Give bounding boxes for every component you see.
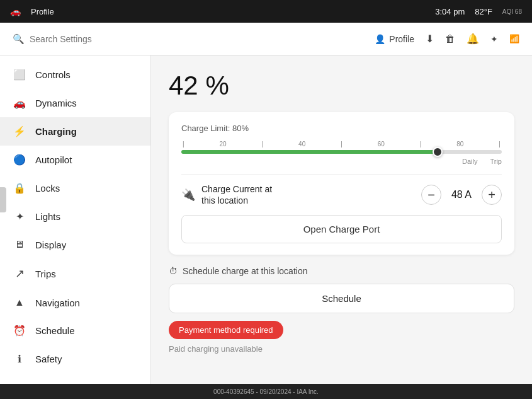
status-bar: 🚗 Profile 3:04 pm 82°F AQI 68 (0, 0, 532, 23)
slider-ticks: | 20 | 40 | 60 | 80 | (181, 141, 502, 147)
sidebar-item-display[interactable]: 🖥 Display (0, 231, 150, 258)
sidebar-label-locks: Locks (35, 183, 60, 194)
trash-icon: 🗑 (445, 33, 455, 45)
lights-icon: ✦ (13, 211, 26, 223)
sidebar-item-locks[interactable]: 🔒 Locks (0, 174, 150, 202)
charge-slider-container[interactable] (181, 150, 502, 154)
slider-thumb[interactable] (433, 147, 443, 157)
tick-spacer4: | (499, 141, 501, 147)
status-time: 3:04 pm (435, 7, 465, 16)
status-icon-car: 🚗 (10, 6, 21, 16)
schedule-section: ⏱ Schedule charge at this location Sched… (169, 266, 514, 354)
search-bar: 🔍 👤 Profile ⬇ 🗑 🔔 ✦ 📶 (0, 23, 532, 55)
charge-card: Charge Limit: 80% | 20 | 40 | 60 | 80 | (169, 112, 514, 255)
tick-spacer1: | (262, 141, 264, 147)
sidebar-label-safety: Safety (35, 354, 62, 364)
sidebar-item-charging[interactable]: ⚡ Charging (0, 117, 150, 146)
charging-icon: ⚡ (13, 125, 26, 137)
schedule-header: ⏱ Schedule charge at this location (169, 266, 514, 276)
bell-icon: 🔔 (467, 33, 479, 45)
schedule-button[interactable]: Schedule (169, 284, 514, 313)
sidebar-item-navigation[interactable]: ▲ Navigation (0, 289, 150, 316)
tick-20: 20 (220, 141, 227, 147)
sidebar-item-dynamics[interactable]: 🚗 Dynamics (0, 89, 150, 117)
signal-icon: 📶 (509, 34, 519, 43)
status-aqi: AQI 68 (502, 8, 522, 15)
charge-current-label: Charge Current at this location (201, 183, 272, 206)
bottom-bar-text: 000-40392645 - 09/20/2024 - IAA Inc. (213, 388, 319, 395)
open-charge-port-button[interactable]: Open Charge Port (181, 215, 502, 243)
schedule-header-icon: ⏱ (169, 266, 178, 276)
charge-current-value: 48 A (451, 189, 472, 200)
charge-percentage: 42 % (169, 71, 514, 101)
status-temp: 82°F (475, 7, 492, 16)
header-profile[interactable]: 👤 Profile (375, 34, 414, 44)
sidebar-item-controls[interactable]: ⬜ Controls (0, 61, 150, 89)
tick-0: | (183, 141, 184, 147)
charge-current-row: 🔌 Charge Current at this location − 48 A… (181, 183, 502, 206)
sidebar-label-navigation: Navigation (35, 298, 80, 308)
navigation-icon: ▲ (13, 297, 26, 308)
plug-icon: 🔌 (181, 188, 195, 202)
charge-current-controls: − 48 A + (421, 185, 502, 205)
content-area: 42 % Charge Limit: 80% | 20 | 40 | 60 | … (151, 55, 532, 399)
schedule-icon: ⏰ (13, 325, 26, 337)
left-bolt (0, 187, 6, 212)
tick-spacer3: | (420, 141, 422, 147)
tick-40: 40 (298, 141, 305, 147)
payment-badge-container: Payment method required (169, 321, 514, 344)
display-icon: 🖥 (13, 239, 26, 250)
payment-badge: Payment method required (169, 321, 283, 339)
increase-current-button[interactable]: + (482, 185, 502, 205)
profile-icon: 👤 (375, 34, 385, 44)
slider-labels: Daily Trip (181, 158, 502, 165)
tick-60: 60 (378, 141, 385, 147)
sidebar-item-safety[interactable]: ℹ Safety (0, 345, 150, 373)
sidebar-item-lights[interactable]: ✦ Lights (0, 202, 150, 231)
decrease-current-button[interactable]: − (421, 185, 441, 205)
main-layout: ⬜ Controls 🚗 Dynamics ⚡ Charging 🔵 Autop… (0, 55, 532, 399)
sidebar-item-schedule[interactable]: ⏰ Schedule (0, 316, 150, 345)
dynamics-icon: 🚗 (13, 97, 26, 109)
trips-icon: ↗ (13, 267, 26, 280)
sidebar-label-trips: Trips (35, 269, 56, 279)
slider-fill (181, 150, 438, 154)
charge-limit-label: Charge Limit: 80% (181, 124, 502, 133)
paid-charging-label: Paid charging unavailable (169, 344, 514, 354)
sidebar-item-autopilot[interactable]: 🔵 Autopilot (0, 146, 150, 174)
autopilot-icon: 🔵 (13, 154, 26, 166)
download-icon: ⬇ (426, 33, 434, 45)
schedule-header-label: Schedule charge at this location (183, 266, 307, 276)
sidebar-label-display: Display (35, 240, 66, 250)
sidebar-label-schedule: Schedule (35, 325, 75, 336)
bluetooth-icon: ✦ (490, 34, 498, 44)
sidebar-label-dynamics: Dynamics (35, 98, 77, 108)
search-icon: 🔍 (13, 33, 25, 45)
sidebar: ⬜ Controls 🚗 Dynamics ⚡ Charging 🔵 Autop… (0, 55, 151, 399)
sidebar-label-lights: Lights (35, 211, 60, 222)
trip-label: Trip (490, 158, 502, 165)
profile-label: Profile (389, 34, 414, 44)
locks-icon: 🔒 (13, 182, 26, 194)
sidebar-label-controls: Controls (35, 69, 71, 80)
slider-track (181, 150, 502, 154)
safety-icon: ℹ (13, 353, 26, 365)
search-input[interactable] (30, 34, 370, 44)
status-profile: Profile (31, 7, 54, 16)
charge-current-left: 🔌 Charge Current at this location (181, 183, 272, 206)
sidebar-label-autopilot: Autopilot (35, 154, 72, 165)
sidebar-label-charging: Charging (35, 126, 77, 137)
sidebar-item-trips[interactable]: ↗ Trips (0, 258, 150, 289)
tick-80: 80 (456, 141, 463, 147)
header-right-icons: 👤 Profile ⬇ 🗑 🔔 ✦ 📶 (375, 33, 519, 45)
tick-spacer2: | (341, 141, 342, 147)
card-divider (181, 174, 502, 175)
bottom-bar: 000-40392645 - 09/20/2024 - IAA Inc. (0, 384, 532, 399)
controls-icon: ⬜ (13, 69, 26, 81)
daily-label: Daily (462, 158, 477, 165)
